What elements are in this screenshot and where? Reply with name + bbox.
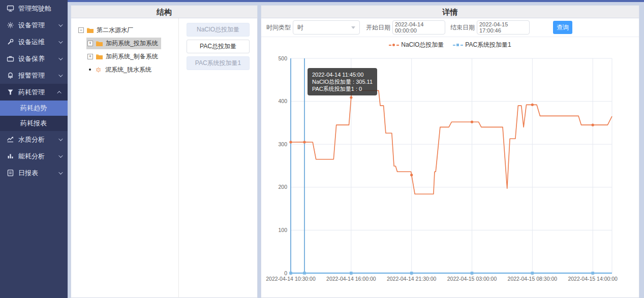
data-point[interactable] — [591, 272, 594, 275]
sidebar-item-7[interactable]: 能耗分析 — [0, 148, 68, 164]
sidebar-item-0[interactable]: 管理驾驶舱 — [0, 0, 68, 17]
start-date-input[interactable]: 2022-04-14 00:00:00 — [392, 20, 445, 35]
sidebar-subitem-0[interactable]: 药耗趋势 — [0, 101, 68, 116]
x-tick-label: 2022-04-14 21:30:00 — [387, 276, 437, 282]
expand-icon[interactable]: + — [87, 54, 93, 59]
tree-node-content: 泥系统_脱水系统 — [86, 64, 155, 76]
tree-node-label: 加药系统_制备系统 — [106, 52, 158, 61]
x-tick-label: 2022-04-14 10:30:00 — [266, 276, 316, 282]
sidebar-subitem-1[interactable]: 药耗报表 — [0, 116, 68, 131]
tree-node-content: +加药系统_投加系统 — [86, 38, 161, 49]
x-tick-label: 2022-04-15 14:00:00 — [568, 276, 618, 282]
data-point[interactable] — [410, 272, 413, 275]
sidebar: 管理驾驶舱设备管理设备运维设备保养报警管理药耗管理药耗趋势药耗报表水质分析能耗分… — [0, 0, 68, 298]
sidebar-item-4[interactable]: 报警管理 — [0, 67, 68, 84]
sidebar-item-3[interactable]: 设备保养 — [0, 50, 68, 67]
metric-button-list: NaClO总投加量PAC总投加量PAC系统投加量1 — [179, 18, 257, 298]
expand-icon[interactable]: + — [87, 41, 93, 46]
y-tick-label: 100 — [278, 227, 287, 233]
chart-legend: NaClO总投加量PAC系统投加量1 — [261, 41, 639, 49]
document-icon — [7, 169, 14, 177]
data-point[interactable] — [289, 141, 292, 143]
x-tick-label: 2022-04-15 08:30:00 — [508, 276, 558, 282]
data-point[interactable] — [471, 272, 474, 275]
line-chart[interactable]: 2022-04-14 10:30:002022-04-14 16:00:0020… — [261, 37, 639, 298]
legend-marker-icon — [453, 43, 463, 47]
data-point[interactable] — [289, 272, 292, 275]
monitor-icon — [7, 5, 14, 12]
sidebar-item-label: 设备管理 — [18, 21, 58, 30]
metric-button-1[interactable]: PAC总投加量 — [187, 40, 250, 53]
chart-area[interactable]: NaClO总投加量PAC系统投加量1 2022-04-14 10:30:0020… — [261, 37, 639, 298]
data-point[interactable] — [350, 272, 353, 275]
gear-icon — [7, 21, 14, 29]
legend-item-0[interactable]: NaClO总投加量 — [389, 41, 444, 49]
sidebar-item-label: 设备运维 — [18, 38, 58, 47]
y-tick-label: 300 — [278, 141, 287, 147]
start-date-label: 开始日期 — [366, 23, 390, 32]
query-button[interactable]: 查询 — [553, 21, 572, 34]
data-point[interactable] — [303, 272, 306, 275]
detail-panel-title: 详情 — [261, 6, 639, 18]
time-type-select[interactable]: 时 — [293, 20, 360, 35]
tree-node-3[interactable]: 泥系统_脱水系统 — [71, 63, 178, 76]
sidebar-item-label: 管理驾驶舱 — [18, 4, 62, 13]
tree-node-1[interactable]: +加药系统_投加系统 — [71, 37, 178, 50]
tree-node-2[interactable]: +加药系统_制备系统 — [71, 50, 178, 63]
query-toolbar: 时间类型 时 开始日期 2022-04-14 00:00:00 结束日期 202… — [261, 18, 639, 37]
end-date-value: 2022-04-15 17:00:46 — [479, 21, 527, 34]
sidebar-item-1[interactable]: 设备管理 — [0, 17, 68, 34]
sidebar-item-label: 药耗管理 — [18, 88, 58, 97]
sidebar-item-label: 水质分析 — [18, 135, 58, 144]
briefcase-icon — [7, 55, 14, 62]
metric-button-2[interactable]: PAC系统投加量1 — [187, 56, 250, 70]
bullet-icon — [89, 69, 91, 71]
chevron-down-icon — [58, 56, 63, 60]
data-point[interactable] — [350, 96, 352, 98]
data-point[interactable] — [410, 174, 413, 176]
data-point[interactable] — [592, 124, 594, 126]
tree-node-content: −第二水源水厂 — [77, 24, 136, 36]
legend-item-1[interactable]: PAC系统投加量1 — [453, 41, 511, 49]
top-strip — [68, 0, 644, 2]
metric-button-0[interactable]: NaClO总投加量 — [187, 23, 250, 37]
data-point[interactable] — [303, 141, 305, 143]
chevron-down-icon — [351, 26, 355, 29]
system-icon — [95, 67, 103, 73]
x-tick-label: 2022-04-14 16:00:00 — [326, 276, 376, 282]
bell-icon — [7, 72, 14, 79]
time-type-label: 时间类型 — [266, 23, 291, 32]
device-tree: −第二水源水厂+加药系统_投加系统+加药系统_制备系统泥系统_脱水系统 — [71, 18, 179, 298]
end-date-label: 结束日期 — [450, 23, 475, 32]
folder-icon — [96, 40, 103, 47]
y-tick-label: 400 — [278, 98, 287, 104]
structure-panel-title: 结构 — [71, 6, 257, 18]
chevron-down-icon — [58, 170, 63, 174]
structure-body: −第二水源水厂+加药系统_投加系统+加药系统_制备系统泥系统_脱水系统 NaCl… — [71, 18, 257, 298]
sidebar-item-5[interactable]: 药耗管理 — [0, 84, 68, 101]
sidebar-item-2[interactable]: 设备运维 — [0, 34, 68, 50]
chevron-down-icon — [58, 137, 63, 141]
tree-node-0[interactable]: −第二水源水厂 — [71, 23, 178, 37]
x-tick-label: 2022-04-15 03:00:00 — [447, 276, 497, 282]
sidebar-submenu: 药耗趋势药耗报表 — [0, 101, 68, 131]
folder-icon — [86, 27, 94, 34]
sidebar-item-8[interactable]: 日报表 — [0, 164, 68, 181]
legend-label: PAC系统投加量1 — [465, 41, 511, 49]
sidebar-item-label: 设备保养 — [18, 54, 58, 63]
tree-node-label: 加药系统_投加系统 — [106, 39, 158, 48]
y-tick-label: 0 — [284, 270, 287, 276]
chevron-down-icon — [58, 153, 63, 157]
sidebar-item-label: 能耗分析 — [18, 152, 58, 161]
sidebar-item-6[interactable]: 水质分析 — [0, 131, 68, 148]
data-point[interactable] — [471, 121, 473, 123]
collapse-icon[interactable]: − — [78, 27, 84, 33]
tree-node-content: +加药系统_制备系统 — [86, 51, 161, 62]
end-date-input[interactable]: 2022-04-15 17:00:46 — [477, 20, 530, 35]
data-point[interactable] — [531, 104, 534, 106]
bar-chart-icon — [7, 152, 14, 160]
y-tick-label: 500 — [278, 55, 287, 61]
data-point[interactable] — [531, 272, 534, 275]
sidebar-item-label: 日报表 — [18, 169, 58, 178]
detail-panel: 详情 时间类型 时 开始日期 2022-04-14 00:00:00 结束日期 … — [261, 5, 639, 298]
